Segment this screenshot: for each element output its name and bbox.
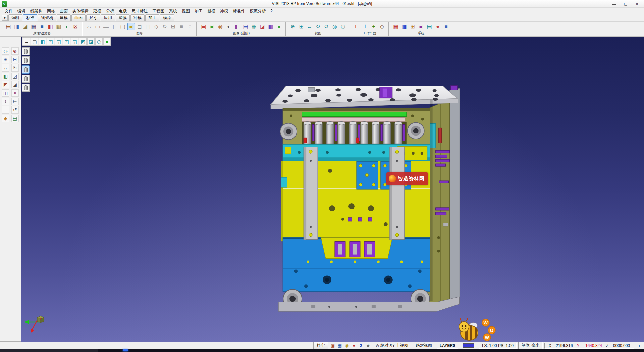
render-quality-icon[interactable]: ▣	[200, 23, 207, 30]
extend-icon[interactable]: ◢	[11, 81, 19, 88]
reflection-icon[interactable]: ◪	[259, 23, 266, 30]
shaded-view-icon[interactable]: ■	[103, 38, 111, 45]
shaded-icon[interactable]: ▬	[102, 23, 110, 30]
ribbon-tab[interactable]: 尺寸	[86, 14, 100, 21]
ribbon-tab[interactable]: 建模	[57, 14, 71, 21]
antialias-icon[interactable]: ▩	[267, 23, 274, 30]
record-icon[interactable]: ●	[351, 343, 357, 349]
stretch-icon[interactable]: ◿	[11, 73, 19, 80]
menu-item[interactable]: ?	[268, 8, 275, 14]
menu-item[interactable]: 编辑	[15, 8, 28, 15]
dynamic-view-icon[interactable]: ◴	[95, 38, 103, 45]
layer-segment[interactable]: LAYER0	[437, 343, 458, 349]
workplane-align-icon[interactable]: +	[370, 23, 377, 30]
trim-icon[interactable]: ◤	[2, 81, 9, 88]
type-filter-icon[interactable]: ▧	[55, 23, 62, 30]
select-icon[interactable]: ◎	[2, 47, 9, 55]
refresh-view-icon[interactable]: ◴	[339, 23, 347, 30]
maximize-button[interactable]: ▢	[620, 1, 631, 7]
menu-item[interactable]: 模流分析	[247, 8, 268, 15]
light-icon[interactable]: ◉	[217, 23, 224, 30]
close-button[interactable]: ×	[632, 1, 642, 7]
undo-icon[interactable]: ↺	[11, 106, 19, 114]
absolute-view-segment[interactable]: 绝对视图	[413, 342, 435, 349]
sweep-tool-icon[interactable]	[22, 65, 30, 74]
cut-icon[interactable]: ⊗	[11, 47, 19, 55]
plot-icon[interactable]: ●	[434, 23, 441, 30]
toolbar-options-dropdown-icon[interactable]: ▾	[2, 15, 8, 21]
menu-item[interactable]: 建模	[91, 8, 104, 15]
iso-view-icon[interactable]: ◧	[39, 38, 46, 45]
workplane-normal-icon[interactable]: ◇	[378, 23, 386, 30]
front-view-icon[interactable]: ◱	[55, 38, 62, 45]
rotate-view-icon[interactable]: ↻	[314, 23, 322, 30]
magnet-icon[interactable]: ◆	[365, 343, 371, 349]
copy-element-icon[interactable]: ⊞	[2, 56, 9, 63]
workplane-3pt-icon[interactable]: ⊥	[362, 23, 369, 30]
revolve-tool-icon[interactable]	[22, 56, 30, 64]
menu-item[interactable]: 分析	[104, 8, 116, 15]
menu-item[interactable]: 塑模	[205, 8, 218, 15]
ribbon-tab[interactable]: 标准	[23, 14, 37, 21]
shadow-icon[interactable]: ◐	[225, 23, 232, 30]
named-views-icon[interactable]: ◎	[331, 23, 338, 30]
mirror-icon[interactable]: ◧	[2, 73, 9, 80]
minimize-button[interactable]: —	[609, 1, 620, 7]
ribbon-tab[interactable]: 冲模	[130, 14, 145, 21]
delete-icon[interactable]: ×	[11, 89, 19, 97]
menu-item[interactable]: 系统	[167, 8, 179, 15]
ribbon-tab[interactable]: 应用	[101, 14, 115, 21]
isometric-display-icon[interactable]: ◇	[153, 23, 160, 30]
bookmark-icon[interactable]: ◆	[2, 115, 9, 122]
menu-item[interactable]: 工程图	[150, 8, 167, 15]
dimension-icon[interactable]: ⊢	[11, 98, 19, 105]
menu-item[interactable]: 线架构	[28, 8, 45, 15]
menu-item[interactable]: 冲模	[218, 8, 230, 15]
dynamic-rotate-icon[interactable]: ↻	[161, 23, 168, 30]
menu-item[interactable]: 曲面	[57, 8, 70, 15]
shell-tool-icon[interactable]	[22, 84, 30, 92]
loft-tool-icon[interactable]	[22, 75, 30, 83]
rotate-icon[interactable]: ↻	[11, 64, 19, 72]
layer-manager-icon[interactable]: ▩	[400, 23, 408, 30]
hidden-line-icon[interactable]: ▭	[94, 23, 101, 30]
paint-attributes-icon[interactable]: ◪	[21, 23, 29, 30]
ribbon-tab[interactable]: 塑膜	[116, 14, 130, 21]
move-icon[interactable]: ↔	[2, 64, 9, 72]
transparency-icon[interactable]: ◻	[136, 23, 143, 30]
layers-panel-icon[interactable]: ≡	[2, 106, 9, 114]
new-window-icon[interactable]: ▢	[31, 38, 38, 45]
clear-filter-icon[interactable]: ⊠	[72, 23, 79, 30]
scale-segment[interactable]: LS: 1.00 PS: 1.00	[479, 343, 517, 349]
autosave-icon[interactable]: ▦	[337, 343, 343, 349]
material-icon[interactable]: ▣	[208, 23, 216, 30]
snap-settings-icon[interactable]: ⊞	[409, 23, 416, 30]
section-view-icon[interactable]: ◰	[144, 23, 152, 30]
left-view-icon[interactable]: ◲	[71, 38, 78, 45]
color-filter-icon[interactable]: ◧	[47, 23, 54, 30]
menu-item[interactable]: 标准件	[230, 8, 247, 15]
match-properties-icon[interactable]: ▤	[5, 23, 12, 30]
offset-icon[interactable]: ◫	[2, 89, 9, 97]
back-view-icon[interactable]: ◩	[79, 38, 87, 45]
layer-filter-icon[interactable]: ≡	[38, 23, 46, 30]
cylinder-display-icon[interactable]: ▯	[111, 23, 118, 30]
stereo-glasses-icon[interactable]: ◧	[233, 23, 241, 30]
viewbar-menu-icon[interactable]: ≡	[23, 38, 30, 45]
paste-element-icon[interactable]: ⊟	[11, 56, 19, 63]
database-icon[interactable]: ■	[442, 23, 450, 30]
shaded-edges-icon[interactable]: ▣	[127, 23, 135, 30]
units-segment[interactable]: 单位: 毫米	[518, 342, 543, 349]
report-icon[interactable]: ▤	[11, 115, 19, 122]
menu-item[interactable]: 加工	[192, 8, 205, 15]
start-button[interactable]	[123, 349, 128, 351]
element-filter-icon[interactable]: ▦	[30, 23, 37, 30]
ghost-display-icon[interactable]: ◌	[186, 23, 194, 30]
capture-icon[interactable]: ●	[275, 23, 283, 30]
right-view-icon[interactable]: ◳	[63, 38, 70, 45]
menu-item[interactable]: 电极	[116, 8, 129, 15]
menu-item[interactable]: 视图	[179, 8, 192, 15]
ribbon-tab[interactable]: 线架构	[38, 14, 56, 21]
view-mode-segment[interactable]: ⊙ 绝对 XY 上视图	[373, 342, 411, 349]
zoom-all-icon[interactable]: ⊕	[289, 23, 297, 30]
